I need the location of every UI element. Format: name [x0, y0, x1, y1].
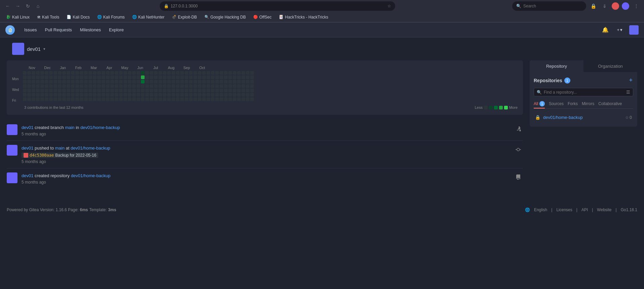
- repo-tab-all[interactable]: All 1: [534, 100, 545, 108]
- contrib-week-18: [102, 71, 105, 103]
- contrib-cell-18-0: [102, 71, 105, 75]
- repo-item-name[interactable]: dev01/home-backup: [543, 115, 622, 120]
- activity-repo-2[interactable]: dev01/home-backup: [71, 146, 110, 151]
- bookmark-kali-forums[interactable]: 🌐 Kali Forums: [94, 14, 127, 20]
- month-apr: Apr: [102, 66, 117, 70]
- contrib-cell-30-2: [154, 80, 158, 84]
- contrib-cell-47-0: [228, 71, 232, 75]
- contrib-legend: Less More: [475, 105, 518, 109]
- back-button[interactable]: ←: [3, 2, 12, 10]
- legend-cell-1: [489, 106, 493, 109]
- profile-button-2[interactable]: [622, 2, 629, 10]
- bookmark-kali-docs[interactable]: 📄 Kali Docs: [64, 14, 92, 20]
- activity-user-2[interactable]: dev01: [22, 146, 33, 151]
- contrib-cell-14-3: [84, 84, 88, 88]
- contrib-cell-16-3: [93, 84, 97, 88]
- bookmark-nethunter-label: Kali NetHunter: [138, 15, 164, 20]
- user-avatar-button[interactable]: [629, 25, 639, 35]
- bookmark-kali-linux[interactable]: 🐉 Kali Linux: [3, 14, 32, 20]
- contrib-cell-32-0: [163, 71, 166, 75]
- activity-branch-2[interactable]: main: [55, 146, 65, 151]
- contrib-cell-42-5: [206, 93, 210, 97]
- browser-search-bar[interactable]: 🔍: [512, 1, 586, 11]
- contrib-cell-28-2: [145, 80, 149, 84]
- activity-branch-1[interactable]: main: [65, 125, 74, 130]
- contrib-cell-20-1: [110, 75, 114, 79]
- nav-issues[interactable]: Issues: [20, 23, 41, 37]
- bookmark-kali-tools[interactable]: 🛠 Kali Tools: [34, 14, 62, 20]
- bookmark-hacktricks[interactable]: 🃏 HackTricks - HackTricks: [276, 14, 331, 20]
- contrib-cell-34-4: [172, 89, 175, 92]
- footer-separator-2: |: [576, 207, 577, 212]
- contrib-cell-12-6: [75, 97, 79, 101]
- add-repository-button[interactable]: +: [628, 76, 633, 85]
- contrib-cell-19-4: [106, 89, 110, 92]
- repo-tab-collaborative-label: Collaborative: [598, 101, 622, 106]
- commit-hash[interactable]: d4c5300aae: [30, 153, 54, 158]
- footer-language[interactable]: English: [534, 207, 547, 212]
- gitea-logo[interactable]: 🍵: [5, 25, 15, 35]
- contrib-week-52: [250, 71, 254, 103]
- menu-button[interactable]: ⋮: [632, 2, 641, 10]
- bookmark-exploit-db[interactable]: 💣 Exploit-DB: [169, 14, 200, 20]
- bookmark-offsec[interactable]: 🔴 OffSec: [251, 14, 274, 20]
- profile-username[interactable]: dev01: [27, 46, 41, 52]
- contrib-cell-30-1: [154, 75, 158, 79]
- contrib-cell-35-6: [176, 97, 180, 101]
- nav-pull-requests[interactable]: Pull Requests: [41, 23, 76, 37]
- contrib-cell-1-5: [27, 93, 31, 97]
- bookmark-nethunter[interactable]: 🌐 Kali NetHunter: [129, 14, 167, 20]
- profile-button[interactable]: [612, 2, 619, 10]
- repository-search[interactable]: 🔍 ☰: [534, 88, 633, 96]
- contrib-cell-12-5: [75, 93, 79, 97]
- contrib-cell-13-5: [80, 93, 83, 97]
- bookmark-ghdb[interactable]: 🔍 Google Hacking DB: [202, 14, 249, 20]
- footer-licenses[interactable]: Licenses: [556, 207, 572, 212]
- contrib-cell-33-5: [167, 93, 171, 97]
- activity-user-3[interactable]: dev01: [22, 173, 33, 178]
- footer-go-version: Go1.18.1: [621, 207, 637, 212]
- bookmark-kali-forums-icon: 🌐: [97, 15, 102, 19]
- nav-explore[interactable]: Explore: [105, 23, 128, 37]
- repo-tab-forks[interactable]: Forks: [568, 100, 578, 108]
- contrib-cell-40-6: [198, 97, 201, 101]
- repo-search-input[interactable]: [544, 90, 624, 95]
- address-bar[interactable]: 🔒 127.0.0.1:3000 ☆: [160, 1, 395, 11]
- filter-button[interactable]: ☰: [626, 90, 630, 95]
- reload-button[interactable]: ↻: [24, 2, 32, 10]
- tab-repository[interactable]: Repository: [530, 60, 583, 72]
- new-item-button[interactable]: + ▾: [614, 26, 625, 34]
- contrib-cell-50-6: [241, 97, 245, 101]
- contrib-cell-21-6: [115, 97, 118, 101]
- repo-item-home-backup[interactable]: 🔒 dev01/home-backup ☆ 0: [534, 112, 633, 123]
- contrib-cell-32-5: [163, 93, 166, 97]
- contrib-cell-1-1: [27, 75, 31, 79]
- downloads-button[interactable]: ⇓: [600, 2, 609, 10]
- contrib-cell-50-0: [241, 71, 245, 75]
- home-button[interactable]: ⌂: [34, 2, 42, 10]
- activity-repo-1[interactable]: dev01/home-backup: [80, 125, 120, 130]
- user-dropdown-arrow[interactable]: ▾: [43, 47, 45, 51]
- repo-tab-mirrors-label: Mirrors: [582, 101, 594, 106]
- tab-organization[interactable]: Organization: [583, 60, 637, 72]
- activity-user-1[interactable]: dev01: [22, 125, 33, 130]
- footer-website[interactable]: Website: [597, 207, 611, 212]
- nav-milestones[interactable]: Milestones: [76, 23, 105, 37]
- extensions-button[interactable]: 🔒: [589, 2, 598, 10]
- repo-tab-sources[interactable]: Sources: [549, 100, 564, 108]
- activity-repo-3[interactable]: dev01/home-backup: [71, 173, 111, 178]
- forward-button[interactable]: →: [13, 2, 22, 10]
- contrib-cell-35-4: [176, 89, 180, 92]
- legend-cell-0: [484, 106, 488, 109]
- contrib-cell-49-3: [237, 84, 241, 88]
- repo-tab-mirrors[interactable]: Mirrors: [582, 100, 594, 108]
- contrib-week-0: [23, 71, 27, 103]
- repo-tab-collaborative[interactable]: Collaborative: [598, 100, 622, 108]
- footer-api[interactable]: API: [581, 207, 588, 212]
- contrib-cell-5-3: [45, 84, 48, 88]
- contrib-cell-46-0: [224, 71, 228, 75]
- notifications-button[interactable]: 🔔: [601, 25, 610, 34]
- contrib-cell-37-2: [185, 80, 188, 84]
- browser-search-input[interactable]: [523, 4, 582, 8]
- contrib-cell-16-6: [93, 97, 97, 101]
